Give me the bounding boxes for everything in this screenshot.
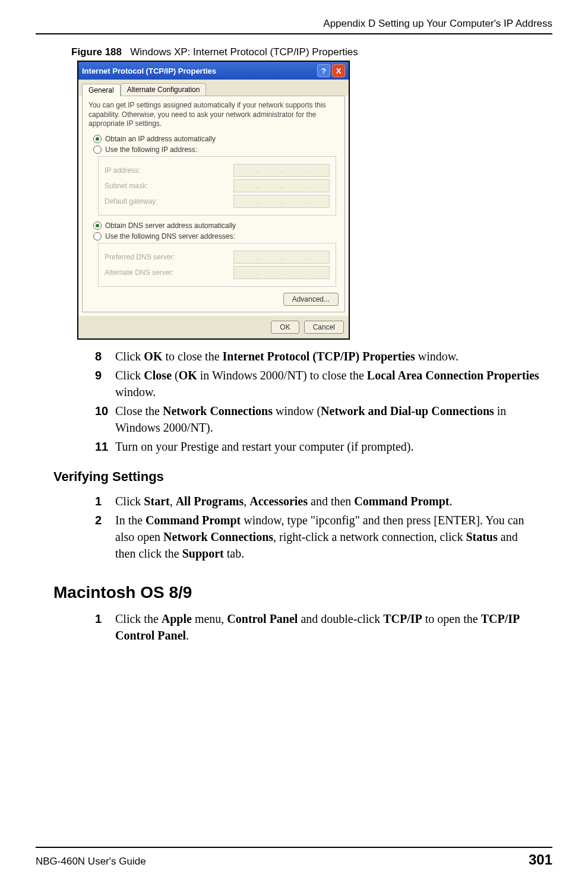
- radio-use-dns[interactable]: [93, 232, 102, 240]
- figure-caption: Figure 188 Windows XP: Internet Protocol…: [71, 46, 552, 58]
- advanced-button[interactable]: Advanced...: [283, 293, 339, 306]
- step-text: Click the Apple menu, Control Panel and …: [115, 610, 552, 644]
- tab-alternate[interactable]: Alternate Configuration: [121, 83, 207, 96]
- default-gateway-label: Default gateway:: [105, 197, 157, 205]
- step-text: Close the Network Connections window (Ne…: [115, 403, 552, 436]
- footer-rule: [36, 847, 552, 848]
- numbered-step: 10Close the Network Connections window (…: [95, 403, 552, 436]
- step-number: 9: [95, 367, 115, 400]
- step-text: In the Command Prompt window, type "ipco…: [115, 512, 552, 562]
- steps-block-2: 1Click Start, All Programs, Accessories …: [95, 493, 552, 562]
- step-number: 2: [95, 512, 115, 562]
- step-number: 10: [95, 403, 115, 436]
- step-text: Click Start, All Programs, Accessories a…: [115, 493, 552, 509]
- dialog-title: Internet Protocol (TCP/IP) Properties: [82, 67, 216, 75]
- default-gateway-input[interactable]: ...: [233, 195, 330, 208]
- numbered-step: 9Click Close (OK in Windows 2000/NT) to …: [95, 367, 552, 400]
- cancel-button[interactable]: Cancel: [304, 321, 344, 334]
- subnet-mask-label: Subnet mask:: [105, 182, 148, 190]
- step-number: 1: [95, 493, 115, 509]
- help-button[interactable]: ?: [317, 64, 330, 77]
- numbered-step: 2In the Command Prompt window, type "ipc…: [95, 512, 552, 562]
- step-number: 8: [95, 348, 115, 365]
- footer-guide-name: NBG-460N User's Guide: [36, 856, 146, 868]
- ip-address-label: IP address:: [105, 166, 140, 175]
- ok-button[interactable]: OK: [271, 321, 299, 334]
- numbered-step: 1Click the Apple menu, Control Panel and…: [95, 610, 552, 644]
- heading-macintosh: Macintosh OS 8/9: [53, 583, 552, 602]
- alternate-dns-label: Alternate DNS server:: [105, 268, 174, 277]
- preferred-dns-label: Preferred DNS server:: [105, 253, 175, 261]
- radio-use-dns-label: Use the following DNS server addresses:: [105, 232, 235, 240]
- footer-page-number: 301: [529, 851, 552, 868]
- numbered-step: 1Click Start, All Programs, Accessories …: [95, 493, 552, 509]
- dialog-description: You can get IP settings assigned automat…: [88, 101, 339, 129]
- radio-obtain-ip[interactable]: [93, 135, 102, 143]
- radio-obtain-dns-label: Obtain DNS server address automatically: [105, 221, 236, 230]
- heading-verifying: Verifying Settings: [53, 469, 552, 485]
- step-text: Turn on your Prestige and restart your c…: [115, 438, 552, 455]
- numbered-step: 8Click OK to close the Internet Protocol…: [95, 348, 552, 365]
- alternate-dns-input[interactable]: ...: [233, 266, 330, 279]
- steps-block-1: 8Click OK to close the Internet Protocol…: [95, 348, 552, 455]
- radio-use-ip[interactable]: [93, 145, 102, 154]
- step-text: Click OK to close the Internet Protocol …: [115, 348, 552, 365]
- numbered-step: 11Turn on your Prestige and restart your…: [95, 438, 552, 455]
- radio-obtain-ip-label: Obtain an IP address automatically: [105, 135, 216, 143]
- dialog-window: Internet Protocol (TCP/IP) Properties ? …: [77, 61, 350, 340]
- subnet-mask-input[interactable]: ...: [233, 179, 330, 192]
- ip-fieldset: IP address: ... Subnet mask: ... Default…: [98, 156, 336, 216]
- dns-fieldset: Preferred DNS server: ... Alternate DNS …: [98, 243, 336, 287]
- steps-block-3: 1Click the Apple menu, Control Panel and…: [95, 610, 552, 644]
- close-button[interactable]: X: [332, 64, 345, 77]
- tab-general[interactable]: General: [82, 84, 121, 96]
- figure-label: Figure 188: [71, 46, 122, 58]
- header-appendix: Appendix D Setting up Your Computer's IP…: [36, 18, 552, 33]
- header-rule: [36, 33, 552, 34]
- step-number: 11: [95, 438, 115, 455]
- preferred-dns-input[interactable]: ...: [233, 251, 330, 264]
- radio-use-ip-label: Use the following IP address:: [105, 145, 197, 154]
- radio-obtain-dns[interactable]: [93, 221, 102, 230]
- step-number: 1: [95, 610, 115, 644]
- ip-address-input[interactable]: ...: [233, 164, 330, 177]
- titlebar: Internet Protocol (TCP/IP) Properties ? …: [78, 62, 349, 80]
- step-text: Click Close (OK in Windows 2000/NT) to c…: [115, 367, 552, 400]
- page-footer: NBG-460N User's Guide 301: [36, 842, 552, 868]
- figure-caption-text: Windows XP: Internet Protocol (TCP/IP) P…: [130, 46, 358, 58]
